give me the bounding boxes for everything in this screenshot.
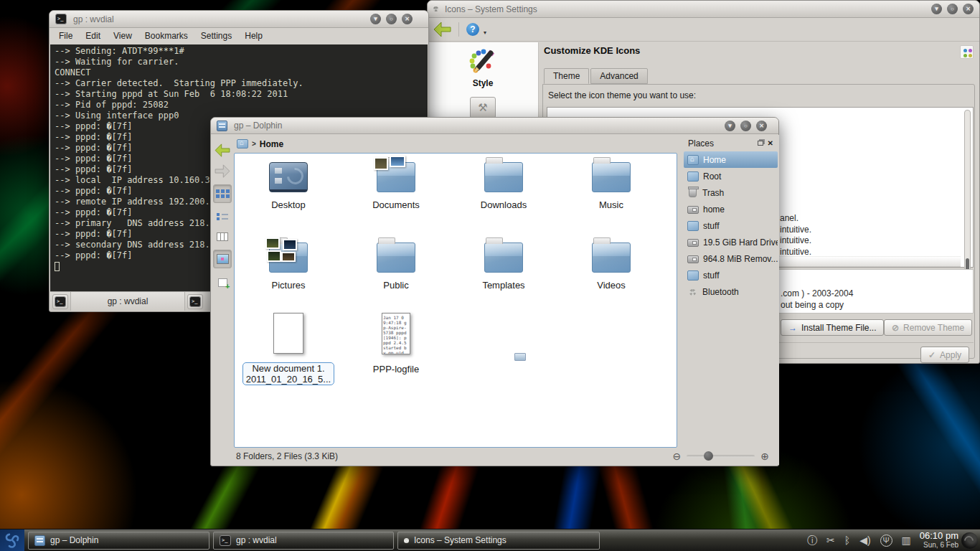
breadcrumb: > Home [237, 136, 283, 152]
file-label: PPP-logfile [373, 364, 419, 375]
maximize-button[interactable] [947, 4, 958, 14]
file-view[interactable]: Desktop Documents Downloads Music Pictur… [234, 153, 677, 448]
folder-item[interactable]: Videos [557, 237, 665, 317]
folder-item[interactable]: Pictures [235, 237, 342, 317]
zoom-slider-handle[interactable] [704, 451, 713, 461]
places-item[interactable]: Root [684, 168, 778, 184]
home-folder-icon[interactable] [237, 139, 248, 149]
columns-view-button[interactable] [213, 227, 232, 246]
details-view-button[interactable] [213, 207, 232, 225]
icons-view-button[interactable] [213, 184, 232, 203]
preview-icon [217, 254, 229, 264]
folder-item[interactable]: Music [557, 156, 665, 237]
menu-item[interactable]: File [52, 29, 79, 42]
clock[interactable]: 06:10 pm Sun, 6 Feb [920, 531, 958, 550]
close-button[interactable] [402, 14, 413, 24]
settings-titlebar[interactable]: Icons – System Settings [428, 1, 979, 18]
minimize-button[interactable] [725, 121, 735, 131]
places-item[interactable]: 19.5 GiB Hard Drive [684, 234, 778, 250]
minimize-button[interactable] [931, 4, 942, 14]
install-theme-button[interactable]: → Install Theme File... [781, 319, 884, 336]
toolbar-separator [458, 22, 459, 37]
folder-item[interactable]: Documents [342, 156, 450, 237]
back-button[interactable] [213, 141, 232, 159]
file-item-ppp-logfile[interactable]: Jan 17 09:47:18 gp-Aspire-5738 pppd[1946… [342, 313, 450, 375]
sidebar-item-style[interactable]: Style [466, 48, 499, 88]
app-launcher-button[interactable] [0, 529, 24, 551]
maximize-button[interactable] [386, 14, 397, 24]
home-folder-icon [687, 155, 699, 165]
gear-icon [404, 538, 409, 543]
chevron-down-icon[interactable]: ▾ [484, 29, 486, 36]
logfile-page-icon: Jan 17 09:47:18 gp-Aspire-5738 pppd[1946… [382, 313, 410, 354]
drive-icon [687, 239, 699, 247]
folder-item[interactable]: Desktop [235, 156, 342, 237]
menu-item[interactable]: Bookmarks [138, 29, 194, 42]
tab-theme[interactable]: Theme [544, 68, 589, 84]
folder-item[interactable]: Downloads [450, 156, 557, 237]
zoom-in-icon[interactable]: ⊕ [760, 451, 769, 462]
new-tab-button[interactable] [52, 294, 68, 309]
menu-item[interactable]: Settings [194, 29, 238, 42]
preview-button[interactable] [213, 250, 232, 268]
icons-view-icon [216, 189, 220, 193]
folder-item[interactable]: Public [342, 237, 450, 317]
close-button[interactable] [963, 4, 974, 14]
close-panel-icon[interactable]: ✕ [768, 139, 773, 147]
tab-advanced[interactable]: Advanced [590, 68, 647, 84]
terminal-line: --> Carrier detected. Starting PPP immed… [55, 78, 423, 89]
hardware-tools-icon[interactable]: ⚒ [470, 97, 496, 118]
terminal-tab[interactable]: gp : wvdial [70, 292, 185, 311]
task-wvdial[interactable]: gp : wvdial [213, 532, 394, 550]
usb-device-icon[interactable]: Ψ [880, 534, 892, 547]
menu-item[interactable]: View [107, 29, 138, 42]
tab-list-button[interactable] [187, 294, 203, 309]
konsole-icon [55, 14, 67, 24]
klipper-scissors-icon[interactable]: ✂ [826, 534, 835, 547]
maximize-button[interactable] [740, 121, 751, 131]
places-item[interactable]: Bluetooth [684, 283, 778, 300]
detach-panel-icon[interactable] [758, 141, 763, 146]
breadcrumb-home[interactable]: Home [260, 139, 283, 149]
task-system-settings[interactable]: Icons – System Settings [397, 532, 600, 550]
plain-folder-icon [377, 242, 415, 273]
remove-theme-button[interactable]: ⊘ Remove Theme [884, 319, 972, 336]
theme-description-line: out being a copy [781, 299, 853, 311]
zoom-slider[interactable] [687, 455, 755, 458]
place-label: Root [703, 171, 721, 182]
plasma-toolbox-icon[interactable] [961, 532, 978, 549]
places-item[interactable]: stuff [684, 267, 778, 283]
menu-item[interactable]: Help [238, 29, 269, 42]
dolphin-titlebar[interactable]: gp – Dolphin [211, 118, 778, 134]
places-item[interactable]: Home [684, 151, 778, 168]
bluetooth-icon[interactable]: ᛒ [844, 534, 850, 547]
notifications-icon[interactable]: ⓘ [807, 534, 817, 547]
file-label-selected: New document 1. 2011_01_20_16_5... [242, 362, 334, 385]
places-item[interactable]: Trash [684, 184, 778, 201]
file-item-new-document[interactable]: New document 1. 2011_01_20_16_5... [235, 313, 342, 385]
folder-label: Documents [372, 199, 420, 210]
overview-grid-icon[interactable] [960, 45, 974, 59]
menu-item[interactable]: Edit [79, 29, 107, 42]
forward-button[interactable] [213, 161, 232, 180]
minimize-button[interactable] [370, 14, 381, 24]
places-item[interactable]: home [684, 201, 778, 217]
places-item[interactable]: 964.8 MiB Remov... [684, 250, 778, 267]
places-item[interactable]: stuff [684, 217, 778, 234]
zoom-out-icon[interactable]: ⊖ [673, 451, 682, 462]
close-button[interactable] [756, 121, 767, 131]
split-view-icon [218, 278, 227, 287]
task-dolphin[interactable]: gp – Dolphin [28, 532, 209, 550]
details-view-icon [217, 212, 228, 220]
folder-item[interactable]: Templates [450, 237, 557, 317]
apply-button[interactable]: ✓ Apply [920, 347, 969, 363]
back-arrow-icon [215, 143, 230, 157]
terminal-titlebar[interactable]: gp : wvdial [50, 11, 428, 28]
back-arrow-icon[interactable] [433, 22, 451, 37]
battery-icon[interactable]: ▥ [902, 534, 911, 547]
terminal-cursor [55, 262, 60, 271]
help-icon[interactable]: ? [466, 23, 479, 36]
volume-icon[interactable]: ◀) [859, 534, 870, 547]
import-arrow-icon: → [788, 323, 797, 333]
split-view-button[interactable] [213, 273, 232, 292]
